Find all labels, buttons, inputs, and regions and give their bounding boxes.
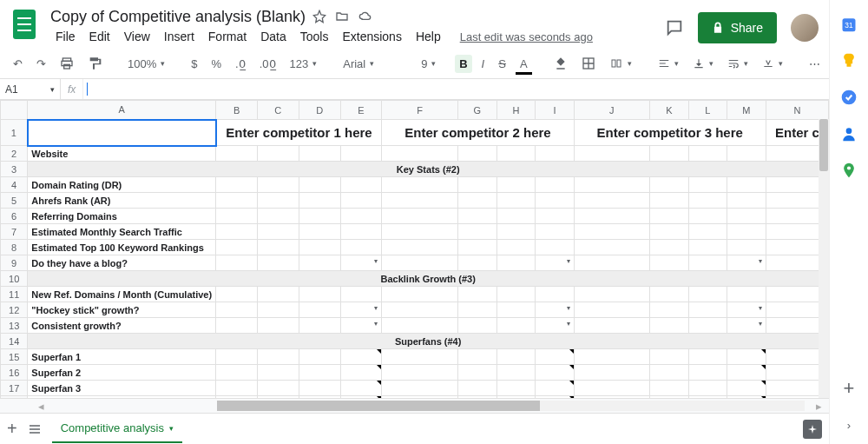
row-label[interactable]: "Hockey stick" growth? <box>28 302 216 318</box>
cell[interactable] <box>727 381 766 396</box>
italic-button[interactable]: I <box>477 55 490 73</box>
scroll-left[interactable]: ◂ <box>33 400 49 413</box>
cell[interactable] <box>688 365 727 381</box>
cell[interactable] <box>688 224 727 240</box>
cell[interactable] <box>382 224 458 240</box>
more-formats[interactable]: 123 <box>286 55 322 73</box>
cell[interactable] <box>299 318 340 334</box>
cell[interactable] <box>340 177 382 193</box>
cell[interactable] <box>574 365 650 381</box>
cell[interactable] <box>216 349 258 365</box>
increase-decimal[interactable]: .00̲ <box>255 55 280 73</box>
cell[interactable] <box>574 146 650 162</box>
hide-panel-icon[interactable]: › <box>840 416 858 434</box>
cell[interactable] <box>688 318 727 334</box>
cell[interactable] <box>257 381 299 396</box>
col-header[interactable]: D <box>299 101 340 120</box>
cell[interactable] <box>688 146 727 162</box>
menu-extensions[interactable]: Extensions <box>337 28 406 45</box>
cell[interactable] <box>299 255 340 271</box>
cell[interactable] <box>257 193 299 209</box>
cell[interactable] <box>574 193 650 209</box>
cell[interactable] <box>257 240 299 255</box>
cell[interactable] <box>574 349 650 365</box>
cell[interactable] <box>536 349 574 365</box>
competitor-header[interactable]: Enter competitor 2 here <box>382 120 574 146</box>
cell[interactable] <box>650 255 689 271</box>
decrease-decimal[interactable]: .0̲ <box>231 55 250 73</box>
comments-icon[interactable] <box>665 18 684 37</box>
cell[interactable] <box>382 302 458 318</box>
text-rotation[interactable] <box>758 55 787 72</box>
col-header[interactable]: K <box>650 101 689 120</box>
cell[interactable] <box>382 209 458 224</box>
cloud-icon[interactable] <box>358 10 373 23</box>
cell[interactable] <box>299 146 340 162</box>
cell-a1[interactable] <box>28 120 216 146</box>
col-header[interactable]: A <box>28 101 216 120</box>
text-color[interactable]: A <box>516 55 532 73</box>
cell[interactable] <box>496 146 536 162</box>
name-box[interactable]: A1▾ <box>0 79 61 99</box>
toolbar-more[interactable]: ⋯ <box>805 55 825 73</box>
cell[interactable] <box>727 209 766 224</box>
borders[interactable] <box>577 54 600 73</box>
row-label[interactable]: Do they have a blog? <box>28 255 216 271</box>
cell[interactable] <box>536 381 574 396</box>
cell[interactable] <box>650 287 689 302</box>
cell[interactable] <box>216 193 258 209</box>
cell[interactable] <box>574 177 650 193</box>
formula-bar[interactable] <box>82 79 829 99</box>
calendar-icon[interactable]: 31 <box>840 16 858 33</box>
cell[interactable] <box>650 177 689 193</box>
v-align[interactable] <box>688 55 718 72</box>
text-wrap[interactable] <box>723 55 753 72</box>
row-label[interactable]: Consistent growth? <box>28 318 216 334</box>
cell[interactable] <box>257 318 299 334</box>
cell[interactable] <box>216 224 258 240</box>
col-header[interactable]: C <box>257 101 299 120</box>
cell[interactable] <box>536 224 574 240</box>
cell[interactable] <box>496 240 536 255</box>
cell[interactable] <box>340 224 382 240</box>
col-header[interactable]: F <box>382 101 458 120</box>
row-header[interactable]: 7 <box>1 224 28 240</box>
cell[interactable] <box>727 318 766 334</box>
col-header[interactable]: L <box>688 101 727 120</box>
row-label[interactable]: Superfan 1 <box>28 349 216 365</box>
print-icon[interactable] <box>56 54 78 73</box>
row-header[interactable]: 1 <box>1 120 28 146</box>
cell[interactable] <box>382 146 458 162</box>
fill-color[interactable] <box>549 54 572 73</box>
sheets-logo[interactable] <box>7 7 42 42</box>
row-header[interactable]: 18 <box>1 396 28 399</box>
merge-cells[interactable] <box>605 56 636 71</box>
cell[interactable] <box>496 365 536 381</box>
menu-edit[interactable]: Edit <box>84 28 115 45</box>
cell[interactable] <box>299 381 340 396</box>
cell[interactable] <box>457 287 496 302</box>
row-label[interactable]: Domain Rating (DR) <box>28 177 216 193</box>
cell[interactable] <box>536 255 574 271</box>
strike-button[interactable]: S <box>494 55 510 73</box>
add-addon-icon[interactable]: + <box>840 380 858 397</box>
col-header[interactable]: G <box>457 101 496 120</box>
cell[interactable] <box>299 287 340 302</box>
row-header[interactable]: 9 <box>1 255 28 271</box>
cell[interactable] <box>574 209 650 224</box>
doc-title[interactable]: Copy of Competitive analysis (Blank) <box>50 8 306 26</box>
cell[interactable] <box>299 224 340 240</box>
cell[interactable] <box>457 365 496 381</box>
row-label[interactable]: Superfan 2 <box>28 365 216 381</box>
cell[interactable] <box>496 224 536 240</box>
competitor-header[interactable]: Enter competitor 1 here <box>216 120 382 146</box>
zoom-dropdown[interactable]: 100% <box>123 55 169 73</box>
section-header[interactable]: Backlink Growth (#3) <box>28 271 829 287</box>
col-header[interactable]: H <box>496 101 536 120</box>
cell[interactable] <box>457 349 496 365</box>
cell[interactable] <box>727 365 766 381</box>
cell[interactable] <box>299 302 340 318</box>
maps-icon[interactable] <box>840 162 858 179</box>
cell[interactable] <box>574 287 650 302</box>
font-family[interactable]: Arial <box>339 55 399 73</box>
